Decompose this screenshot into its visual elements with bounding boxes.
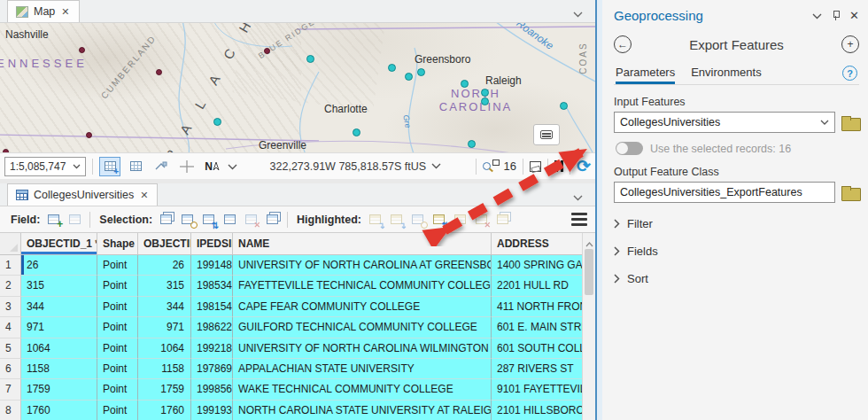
selected-college-marker[interactable] [481, 97, 489, 105]
table-row[interactable]: 3344Point344198154CAPE FEAR COMMUNITY CO… [0, 297, 595, 317]
table-cell[interactable]: Point [97, 338, 138, 359]
table-cell[interactable]: 199218 [191, 338, 233, 359]
table-row[interactable]: 51064Point1064199218UNIVERSITY OF NORTH … [0, 338, 595, 359]
table-cell[interactable]: 971 [21, 317, 97, 338]
add-field-button[interactable] [45, 210, 64, 229]
pause-drawing-button[interactable] [554, 160, 563, 172]
table-cell[interactable]: 1760 [138, 401, 191, 420]
selected-college-marker[interactable] [388, 64, 396, 72]
scroll-up-icon[interactable] [585, 237, 593, 250]
table-cell[interactable]: 601 SOUTH COLLEGE [492, 338, 595, 359]
output-feature-class-input[interactable]: CollegesUniversities_ExportFeatures [614, 182, 835, 203]
chevron-down-icon[interactable] [573, 5, 583, 21]
table-cell[interactable]: 9101 FAYETTEVILLE RO [492, 379, 595, 400]
table-cell[interactable]: 1400 SPRING GARDEN [492, 255, 595, 276]
chevron-down-icon[interactable] [228, 160, 237, 173]
delete-highlighted-button[interactable] [473, 210, 492, 229]
scrollbar-thumb[interactable] [585, 249, 593, 295]
switch-selection-button[interactable] [200, 210, 219, 229]
zoom-to-selection-button[interactable] [179, 210, 198, 229]
selected-college-marker[interactable] [405, 73, 413, 81]
edit-vertices-button[interactable] [151, 157, 172, 176]
table-cell[interactable]: 199856 [191, 379, 233, 400]
college-marker[interactable] [86, 132, 92, 138]
table-cell[interactable]: 344 [138, 297, 191, 317]
table-cell[interactable]: Point [97, 297, 138, 317]
selected-college-marker[interactable] [560, 102, 568, 110]
column-header-ipedsid[interactable]: IPEDSID [191, 233, 233, 254]
calculate-field-button[interactable] [66, 210, 85, 229]
selected-college-marker[interactable] [213, 118, 221, 126]
row-number-cell[interactable]: 5 [0, 338, 21, 359]
table-cell[interactable]: CAPE FEAR COMMUNITY COLLEGE [233, 297, 492, 317]
column-header-shape[interactable]: Shape * [97, 233, 138, 254]
table-cell[interactable]: 1759 [21, 379, 97, 400]
row-number-cell[interactable]: 6 [0, 359, 21, 379]
chevron-down-icon[interactable] [812, 7, 822, 23]
selected-college-marker[interactable] [417, 68, 425, 76]
table-cell[interactable]: 411 NORTH FRONT ST [492, 297, 595, 317]
unhighlight-button[interactable] [388, 210, 407, 229]
table-cell[interactable]: WAKE TECHNICAL COMMUNITY COLLEGE [233, 379, 492, 400]
table-cell[interactable]: 315 [138, 276, 191, 296]
table-cell[interactable]: NORTH CAROLINA STATE UNIVERSITY AT RALEI… [233, 401, 492, 420]
table-row[interactable]: 81760Point1760199193NORTH CAROLINA STATE… [0, 401, 595, 420]
selected-college-marker[interactable] [468, 140, 476, 148]
table-cell[interactable]: UNIVERSITY OF NORTH CAROLINA WILMINGTON [233, 338, 492, 359]
table-cell[interactable]: Point [97, 359, 138, 379]
table-cell[interactable]: 199148 [191, 255, 233, 276]
row-number-cell[interactable]: 4 [0, 317, 21, 338]
table-cell[interactable]: 1158 [21, 359, 97, 379]
row-number-cell[interactable]: 7 [0, 379, 21, 400]
row-number-cell[interactable]: 8 [0, 401, 21, 420]
selected-college-marker[interactable] [461, 80, 469, 88]
table-row[interactable]: 2315Point315198534FAYETTEVILLE TECHNICAL… [0, 276, 595, 296]
column-header-name[interactable]: NAME [233, 233, 492, 254]
table-cell[interactable]: 1064 [138, 338, 191, 359]
table-cell[interactable]: 1064 [21, 338, 97, 359]
table-cell[interactable]: UNIVERSITY OF NORTH CAROLINA AT GREENSBO… [233, 255, 492, 276]
browse-folder-icon[interactable] [841, 186, 859, 199]
grid-button[interactable] [125, 157, 146, 176]
column-header-address[interactable]: ADDRESS [492, 233, 595, 254]
copy-highlighted-button[interactable] [494, 210, 513, 229]
selected-college-marker[interactable] [481, 89, 489, 97]
copy-selection-button[interactable] [264, 210, 283, 229]
map-scale-select[interactable]: 1:5,085,747 [4, 157, 86, 176]
table-cell[interactable]: GUILFORD TECHNICAL COMMUNITY COLLEGE [233, 317, 492, 338]
tab-map[interactable]: Map ✕ [7, 0, 80, 22]
map-view[interactable]: Nashville ENNESSEE CUMBERLAND A P P A L … [0, 23, 595, 152]
layout-grid-button[interactable] [99, 157, 120, 176]
table-cell[interactable]: 971 [138, 317, 191, 338]
zoom-to-highlighted-button[interactable] [409, 210, 428, 229]
table-cell[interactable]: 2101 HILLSBOROUGH [492, 401, 595, 420]
north-arrow-button[interactable]: N [202, 157, 223, 176]
chevron-down-icon[interactable] [573, 189, 583, 205]
table-row[interactable]: 4971Point971198622GUILFORD TECHNICAL COM… [0, 317, 595, 338]
clear-highlight-button[interactable] [452, 210, 470, 229]
row-number-cell[interactable]: 2 [0, 276, 21, 296]
table-menu-button[interactable] [571, 213, 589, 226]
table-cell[interactable]: Point [97, 255, 138, 276]
table-cell[interactable]: Point [97, 401, 138, 420]
clear-selection-button[interactable] [221, 210, 240, 229]
table-cell[interactable]: 198534 [191, 276, 233, 296]
back-button[interactable]: ← [614, 35, 632, 53]
row-number-cell[interactable]: 1 [0, 255, 21, 276]
college-marker[interactable] [264, 48, 270, 54]
map-overlay-button[interactable] [533, 124, 560, 145]
table-cell[interactable]: Point [97, 276, 138, 296]
table-cell[interactable]: APPALACHIAN STATE UNIVERSITY [233, 359, 492, 379]
table-cell[interactable]: 26 [21, 255, 97, 276]
snapping-button[interactable] [176, 157, 198, 176]
section-fields[interactable]: Fields [614, 245, 859, 258]
table-cell[interactable]: 601 E. MAIN STREET [492, 317, 595, 338]
pin-icon[interactable] [833, 11, 839, 20]
tab-parameters[interactable]: Parameters [616, 66, 675, 84]
college-marker[interactable] [79, 47, 85, 53]
add-tool-button[interactable]: + [841, 35, 859, 53]
table-cell[interactable]: 197869 [191, 359, 233, 379]
toggle-switch[interactable] [616, 142, 643, 155]
coordinate-readout[interactable]: 322,273.91W 785,818.57S ftUS [270, 160, 442, 173]
delete-selection-button[interactable] [243, 210, 261, 229]
